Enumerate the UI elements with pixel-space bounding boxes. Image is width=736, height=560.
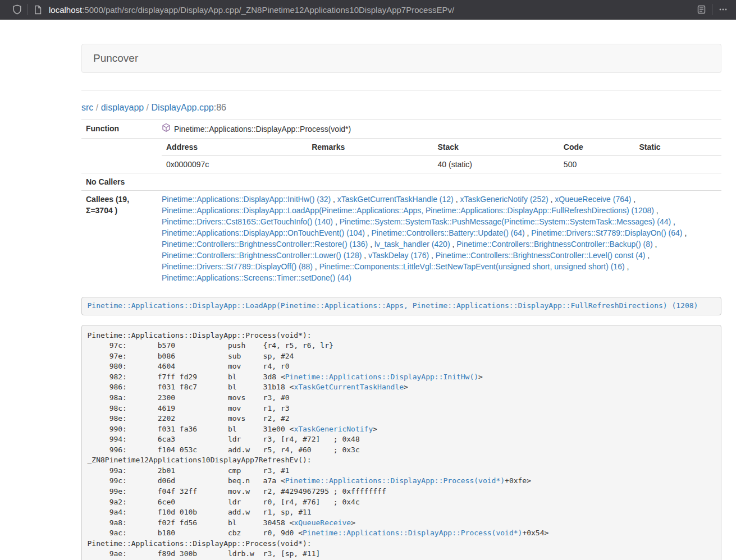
callee-link[interactable]: vTaskDelay (176) [368,251,429,260]
asm-symbol-link[interactable]: xTaskGetCurrentTaskHandle [294,383,404,391]
symbol-cube-icon [162,123,171,135]
callee-link[interactable]: Pinetime::Applications::Screens::Timer::… [162,273,351,282]
selected-symbol-link[interactable]: Pinetime::Applications::DisplayApp::Load… [88,301,698,310]
callee-link[interactable]: xTaskGetCurrentTaskHandle (12) [337,195,454,204]
selected-symbol-box: Pinetime::Applications::DisplayApp::Load… [81,297,721,315]
callee-link[interactable]: Pinetime::Controllers::BrightnessControl… [456,240,652,249]
stats-row: Address Remarks Stack Code Static 0x0000… [81,139,721,173]
callee-link[interactable]: Pinetime::System::SystemTask::PushMessag… [340,217,671,226]
asm-symbol-link[interactable]: Pinetime::Applications::DisplayApp::Init… [285,373,478,381]
callee-link[interactable]: Pinetime::Controllers::BrightnessControl… [162,240,368,249]
stats-table: Address Remarks Stack Code Static 0x0000… [162,139,721,173]
browser-toolbar: localhost:5000/path/src/displayapp/Displ… [0,0,736,20]
asm-symbol-link[interactable]: xTaskGenericNotify [294,425,373,433]
reader-mode-icon[interactable] [697,4,706,15]
callees-label: Callees (19, Σ=3704 ) [81,191,157,287]
disassembly: Pinetime::Applications::DisplayApp::Proc… [81,325,721,560]
callee-link[interactable]: Pinetime::Drivers::St7789::DisplayOff() … [162,262,313,271]
callee-link[interactable]: Pinetime::Applications::DisplayApp::Load… [162,206,654,215]
address-value: 0x0000097c [162,156,307,173]
callee-link[interactable]: Pinetime::Drivers::St7789::DisplayOn() (… [531,228,682,237]
no-callers-label: No Callers [81,173,157,191]
asm-symbol-link[interactable]: Pinetime::Applications::DisplayApp::Proc… [285,476,505,485]
callee-link[interactable]: Pinetime::Controllers::BrightnessControl… [162,251,362,260]
url-bar[interactable]: localhost:5000/path/src/displayapp/Displ… [49,5,697,15]
callee-link[interactable]: xQueueReceive (764) [555,195,631,204]
callee-link[interactable]: Pinetime::Drivers::Cst816S::GetTouchInfo… [162,217,333,226]
function-name: Pinetime::Applications::DisplayApp::Proc… [174,123,351,135]
function-table: Function Pinetime::Applications::Display… [81,120,721,286]
url-host: localhost [49,5,82,15]
page-icon [34,5,42,15]
menu-icon[interactable] [718,4,728,15]
toolbar-divider [28,4,28,15]
breadcrumb: src / displayapp / DisplayApp.cpp:86 [81,102,721,114]
asm-symbol-link[interactable]: xQueueReceive [294,518,351,527]
breadcrumb-link[interactable]: DisplayApp.cpp [152,103,214,112]
navbar: Puncover [81,44,721,73]
table-row: 0x0000097c 40 (static) 500 [162,156,721,173]
static-value [634,156,721,173]
col-header-address: Address [162,139,307,156]
no-callers-row: No Callers [81,173,721,191]
callee-link[interactable]: Pinetime::Components::LittleVgl::SetNewT… [319,262,625,271]
divider [81,90,721,91]
page-content: Puncover src / displayapp / DisplayApp.c… [81,44,721,560]
url-path: :5000/path/src/displayapp/DisplayApp.cpp… [82,5,454,15]
remarks-value [307,156,433,173]
col-header-remarks: Remarks [307,139,433,156]
toolbar-divider [712,4,712,15]
asm-symbol-link[interactable]: Pinetime::Applications::DisplayApp::Proc… [303,529,522,537]
shield-icon[interactable] [12,4,22,15]
breadcrumb-line-number: :86 [214,103,226,112]
breadcrumb-link[interactable]: src [81,103,93,112]
breadcrumb-link[interactable]: displayapp [101,103,144,112]
function-label: Function [81,120,157,139]
callee-link[interactable]: Pinetime::Controllers::BrightnessControl… [436,251,645,260]
code-value: 500 [559,156,635,173]
col-header-code: Code [559,139,635,156]
callees-list: Pinetime::Applications::DisplayApp::Init… [157,191,721,287]
brand-link[interactable]: Puncover [82,52,138,65]
callees-row: Callees (19, Σ=3704 ) Pinetime::Applicat… [81,191,721,287]
function-row: Function Pinetime::Applications::Display… [81,120,721,139]
breadcrumb-separator: / [93,103,100,112]
callee-link[interactable]: Pinetime::Applications::DisplayApp::Init… [162,195,331,204]
col-header-stack: Stack [433,139,559,156]
breadcrumb-separator: / [144,103,151,112]
callee-link[interactable]: lv_task_handler (420) [374,240,450,249]
col-header-static: Static [634,139,721,156]
callee-link[interactable]: Pinetime::Applications::DisplayApp::OnTo… [162,228,365,237]
callee-link[interactable]: Pinetime::Controllers::Battery::Update()… [372,228,525,237]
callee-link[interactable]: xTaskGenericNotify (252) [460,195,548,204]
stack-value: 40 (static) [433,156,559,173]
